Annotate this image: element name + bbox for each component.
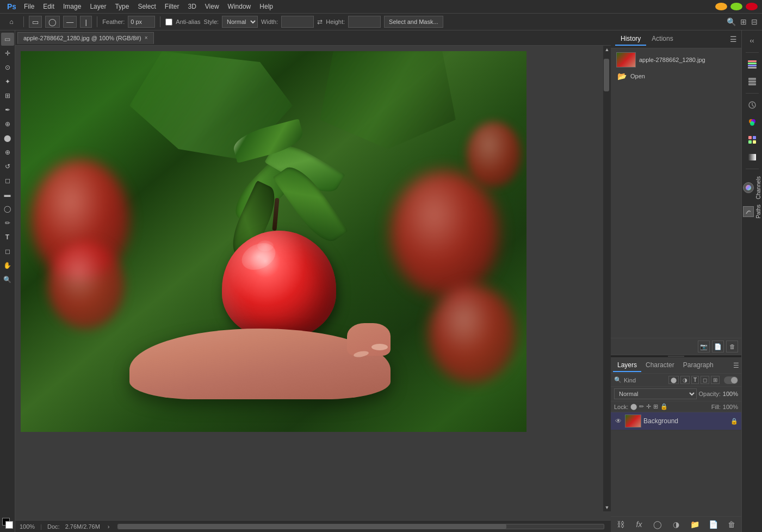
search-icon[interactable]: 🔍 — [727, 17, 736, 26]
lock-all-btn[interactable]: 🔒 — [660, 403, 668, 410]
doc-label: Doc: — [47, 523, 60, 530]
menu-file[interactable]: File — [20, 2, 39, 11]
marquee-ellipse-btn[interactable]: ◯ — [45, 16, 60, 28]
menu-type[interactable]: Type — [110, 2, 133, 11]
history-panel-menu[interactable]: ☰ — [730, 35, 737, 44]
menu-window[interactable]: Window — [224, 2, 256, 11]
create-snapshot-btn[interactable]: 📷 — [698, 341, 710, 352]
scroll-down-btn[interactable]: ▼ — [603, 504, 611, 511]
style-select[interactable]: Normal — [222, 16, 258, 28]
single-col-btn[interactable]: | — [80, 16, 92, 28]
add-fx-btn[interactable]: fx — [634, 519, 645, 530]
crop-tool[interactable]: ⊞ — [1, 89, 14, 102]
new-group-btn[interactable]: 📁 — [689, 519, 700, 530]
scroll-up-btn[interactable]: ▲ — [603, 46, 611, 53]
new-layer-btn[interactable]: 📄 — [708, 519, 718, 530]
dodge-tool[interactable]: ◯ — [1, 202, 14, 215]
channels-icon-btn[interactable] — [744, 56, 760, 72]
filter-toggle[interactable] — [724, 376, 738, 384]
menu-layer[interactable]: Layer — [85, 2, 110, 11]
brush-tool[interactable]: ⬤ — [1, 132, 14, 145]
eraser-tool[interactable]: ◻ — [1, 174, 14, 187]
lock-position-btn[interactable]: ✛ — [646, 403, 651, 410]
marquee-rect-btn[interactable]: ▭ — [29, 16, 42, 28]
zoom-tool[interactable]: 🔍 — [1, 273, 14, 286]
expand-icon[interactable]: ⊟ — [751, 17, 758, 26]
lock-pixels-btn[interactable]: ⬤ — [630, 403, 637, 410]
tab-close-btn[interactable]: × — [145, 35, 148, 41]
layers-icon-btn[interactable] — [744, 73, 760, 90]
canvas-container[interactable]: ▲ ▼ — [15, 46, 611, 520]
layers-panel-menu[interactable]: ☰ — [733, 362, 739, 369]
gradient-tool[interactable]: ▬ — [1, 188, 14, 201]
menu-view[interactable]: View — [201, 2, 224, 11]
width-input[interactable] — [281, 16, 314, 28]
layer-visibility-toggle[interactable]: 👁 — [614, 417, 623, 425]
history-open-label: Open — [630, 73, 645, 79]
hand-tool[interactable]: ✋ — [1, 259, 14, 272]
pen-tool[interactable]: ✏ — [1, 216, 14, 230]
single-row-btn[interactable]: — — [63, 16, 77, 28]
delete-layer-btn[interactable]: 🗑 — [726, 519, 737, 530]
menu-image[interactable]: Image — [59, 2, 85, 11]
history-snapshot-item[interactable]: apple-2788662_1280.jpg — [613, 51, 739, 69]
marquee-tool[interactable]: ▭ — [1, 33, 14, 46]
layers-tab[interactable]: Layers — [613, 359, 641, 372]
channels-label-btn[interactable]: Channels — [742, 175, 763, 201]
delete-state-btn[interactable]: 🗑 — [726, 341, 738, 352]
menu-filter[interactable]: Filter — [160, 2, 184, 11]
actions-tab[interactable]: Actions — [646, 33, 678, 46]
swap-icon[interactable]: ⇄ — [317, 18, 323, 26]
properties-icon-btn[interactable] — [744, 97, 760, 113]
history-tab[interactable]: History — [615, 33, 646, 46]
menu-help[interactable]: Help — [255, 2, 277, 11]
collapse-panel-btn[interactable]: ‹‹ — [744, 33, 760, 49]
paragraph-tab[interactable]: Paragraph — [679, 359, 718, 372]
layer-item-background[interactable]: 👁 Background 🔒 — [611, 412, 741, 430]
feather-input[interactable] — [128, 16, 155, 28]
clone-tool[interactable]: ⊕ — [1, 146, 14, 159]
link-layers-btn[interactable]: ⛓ — [615, 519, 626, 530]
eyedropper-tool[interactable]: ✒ — [1, 103, 14, 116]
shape-tool[interactable]: ◻ — [1, 245, 14, 258]
layout-icon[interactable]: ⊞ — [740, 17, 747, 26]
select-mask-btn[interactable]: Select and Mask... — [384, 16, 443, 28]
filter-kind-label: Kind — [624, 377, 636, 383]
paths-label-btn[interactable]: Paths — [742, 203, 763, 220]
filter-type-icon[interactable]: T — [691, 376, 699, 384]
vertical-scrollbar[interactable]: ▲ ▼ — [603, 46, 611, 511]
magic-wand-tool[interactable]: ✦ — [1, 75, 14, 88]
lasso-tool[interactable]: ⊙ — [1, 61, 14, 74]
filter-adjust-icon[interactable]: ◑ — [680, 376, 690, 384]
new-fill-btn[interactable]: ◑ — [671, 519, 682, 530]
minimize-btn[interactable] — [715, 3, 727, 10]
filter-shape-icon[interactable]: ◻ — [701, 376, 709, 384]
filter-smart-icon[interactable]: ⊞ — [711, 376, 720, 384]
history-open-item[interactable]: 📂 Open — [613, 69, 739, 83]
lock-artboard-btn[interactable]: ⊞ — [653, 403, 658, 410]
menu-select[interactable]: Select — [133, 2, 160, 11]
lock-image-btn[interactable]: ✏ — [639, 403, 644, 410]
heal-tool[interactable]: ⊕ — [1, 117, 14, 131]
foreground-color[interactable] — [1, 517, 14, 530]
gradients-icon-btn[interactable] — [744, 149, 760, 165]
anti-alias-checkbox[interactable] — [165, 18, 172, 26]
close-btn[interactable] — [746, 3, 758, 10]
document-tab[interactable]: apple-2788662_1280.jpg @ 100% (RGB/8#) × — [17, 32, 154, 44]
create-document-btn[interactable]: 📄 — [712, 341, 724, 352]
color-icon-btn[interactable] — [744, 114, 760, 131]
blend-mode-select[interactable]: Normal — [614, 388, 697, 399]
menu-3d[interactable]: 3D — [183, 2, 200, 11]
maximize-btn[interactable] — [730, 3, 742, 10]
menu-edit[interactable]: Edit — [39, 2, 59, 11]
scroll-right-btn[interactable]: › — [108, 523, 110, 530]
text-tool[interactable]: T — [1, 231, 14, 244]
swatches-icon-btn[interactable] — [744, 132, 760, 148]
filter-pixel-icon[interactable]: ⬤ — [668, 376, 679, 384]
height-input[interactable] — [348, 16, 381, 28]
character-tab[interactable]: Character — [641, 359, 679, 372]
history-brush-tool[interactable]: ↺ — [1, 160, 14, 173]
add-mask-btn[interactable]: ◯ — [652, 519, 663, 530]
home-btn[interactable]: ⌂ — [4, 15, 18, 29]
move-tool[interactable]: ✛ — [1, 47, 14, 60]
